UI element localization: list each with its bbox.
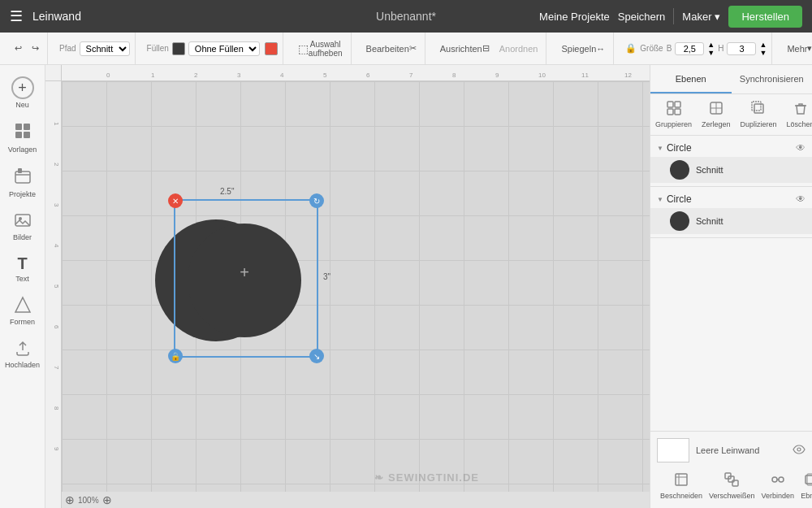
redo-button[interactable]: ↪: [28, 41, 42, 55]
svg-rect-4: [15, 172, 30, 183]
fullen-select[interactable]: Ohne Füllen: [188, 41, 260, 56]
ruler-mark-6: 6: [366, 72, 369, 79]
maker-button[interactable]: Maker ▾: [682, 11, 720, 23]
svg-rect-16: [754, 104, 763, 113]
gruppieren-icon: [667, 101, 681, 119]
sidebar-item-neu[interactable]: + Neu: [3, 72, 42, 114]
color-swatch[interactable]: [172, 42, 185, 55]
left-sidebar: + Neu Vorlagen Projekte Bilder T Text: [0, 65, 45, 508]
ruler-horizontal: 0 1 2 3 4 5 6 7 8 9 10 11 12: [62, 65, 650, 81]
zoom-in-button[interactable]: ⊕: [102, 493, 112, 506]
sidebar-item-text[interactable]: T Text: [3, 250, 42, 288]
zoom-level: 100%: [78, 496, 99, 505]
svg-rect-1: [24, 124, 30, 130]
zerlegen-button[interactable]: Zerlegen: [697, 98, 736, 132]
duplizieren-icon: [751, 101, 766, 119]
sidebar-item-projekte[interactable]: Projekte: [3, 162, 42, 203]
herstellen-button[interactable]: Herstellen: [728, 6, 802, 28]
spiegeln-button[interactable]: Spiegeln ↔: [558, 42, 608, 55]
svg-point-25: [772, 477, 777, 482]
selection-icon: ⬚: [298, 42, 309, 55]
handle-top-left[interactable]: ✕: [168, 193, 183, 208]
sidebar-item-vorlagen[interactable]: Vorlagen: [3, 117, 42, 158]
bilder-icon: [14, 211, 32, 232]
ruler-mark-3: 3: [237, 72, 240, 79]
beschneiden-icon: [674, 472, 689, 490]
align-icon: ⊟: [482, 43, 490, 54]
canvas-area[interactable]: 0 1 2 3 4 5 6 7 8 9 10 11 12 1 2 3 4 5 6…: [45, 65, 650, 508]
svg-rect-2: [15, 132, 22, 138]
svg-rect-12: [675, 109, 680, 115]
sidebar-item-formen[interactable]: Formen: [3, 291, 42, 331]
sidebar-item-bilder[interactable]: Bilder: [3, 206, 42, 246]
verbinden-icon: [771, 472, 785, 490]
speichern-button[interactable]: Speichern: [618, 11, 666, 23]
preview-eye-icon[interactable]: [793, 443, 806, 458]
layer-1-expand-icon: ▼: [657, 145, 663, 152]
ausrichten-group: Ausrichten ⊟ Anordnen: [432, 33, 547, 64]
main-layout: + Neu Vorlagen Projekte Bilder T Text: [0, 65, 812, 508]
layer-group-1: ▼ Circle 👁 Schnitt: [650, 136, 812, 187]
layer-item-1[interactable]: Schnitt: [650, 157, 812, 183]
ebnen-button[interactable]: Ebnen: [797, 471, 812, 501]
stroke-swatch[interactable]: [265, 42, 278, 55]
layer-2-thumbnail: [670, 211, 689, 231]
mehr-button[interactable]: Mehr ▾: [784, 41, 812, 55]
projekte-button[interactable]: Meine Projekte: [539, 11, 610, 23]
mehr-group: Mehr ▾: [779, 33, 812, 64]
h-label: H: [718, 44, 723, 53]
pfad-group: Pfad Schnitt: [54, 33, 136, 64]
svg-rect-5: [18, 168, 22, 173]
layer-1-info: Schnitt: [696, 165, 806, 175]
handle-top-right[interactable]: ↻: [309, 193, 324, 208]
vruler-mark-3: 3: [53, 203, 60, 206]
loschen-button[interactable]: Löschen: [782, 98, 812, 132]
tab-ebenen[interactable]: Ebenen: [650, 65, 732, 93]
doc-title: Unbenannt*: [376, 10, 436, 23]
layer-header-1[interactable]: ▼ Circle 👁: [650, 139, 812, 157]
width-input[interactable]: [675, 42, 704, 55]
divider: [673, 8, 674, 24]
sidebar-item-hochladen[interactable]: Hochladen: [3, 334, 42, 374]
app-title: Leinwand: [32, 10, 81, 23]
tab-synchronisieren[interactable]: Synchronisieren: [732, 65, 813, 93]
layer-group-2: ▼ Circle 👁 Schnitt: [650, 187, 812, 238]
layer-1-eye-icon[interactable]: 👁: [796, 142, 806, 154]
handle-bottom-right[interactable]: ↘: [309, 349, 324, 363]
layer-header-2[interactable]: ▼ Circle 👁: [650, 190, 812, 208]
svg-rect-10: [675, 102, 680, 107]
menu-icon[interactable]: ☰: [10, 7, 23, 25]
layer-2-info: Schnitt: [696, 216, 806, 226]
duplizieren-button[interactable]: Duplizieren: [736, 98, 782, 132]
handle-bottom-left[interactable]: 🔒: [168, 349, 183, 363]
pfad-label: Pfad: [59, 44, 76, 53]
svg-rect-17: [752, 102, 761, 111]
w-stepper-up[interactable]: ▲▼: [707, 41, 715, 57]
verschweissen-button[interactable]: Verschweißen: [706, 471, 758, 501]
svg-point-18: [797, 448, 801, 451]
right-panel-tabs: Ebenen Synchronisieren: [650, 65, 812, 94]
vruler-mark-9: 9: [53, 447, 60, 450]
ausrichten-button[interactable]: Ausrichten ⊟: [437, 41, 493, 55]
verbinden-button[interactable]: Verbinden: [758, 471, 798, 501]
undo-button[interactable]: ↩: [11, 41, 25, 55]
h-stepper-up[interactable]: ▲▼: [759, 41, 767, 57]
auswahl-aufheben-button[interactable]: ⬚ Auswahl aufheben: [295, 38, 346, 59]
pfad-select[interactable]: Schnitt: [80, 41, 130, 56]
zoom-out-button[interactable]: ⊕: [65, 493, 75, 506]
bearbeiten-group: Bearbeiten ✂: [358, 33, 425, 64]
layer-2-eye-icon[interactable]: 👁: [796, 193, 806, 205]
vorlagen-icon: [14, 122, 32, 144]
beschneiden-button[interactable]: Beschneiden: [657, 471, 706, 501]
bearbeiten-button[interactable]: Bearbeiten ✂: [363, 41, 420, 55]
preview-swatch: [657, 438, 689, 462]
ruler-mark-9: 9: [495, 72, 499, 79]
gruppieren-button[interactable]: Gruppieren: [650, 98, 697, 132]
svg-rect-0: [15, 124, 22, 130]
layer-item-2[interactable]: Schnitt: [650, 208, 812, 234]
svg-rect-3: [24, 132, 30, 138]
ruler-mark-2: 2: [194, 72, 197, 79]
anordnen-button[interactable]: Anordnen: [496, 42, 542, 55]
height-input[interactable]: [727, 42, 756, 55]
auswahl-group: ⬚ Auswahl aufheben: [290, 33, 352, 64]
